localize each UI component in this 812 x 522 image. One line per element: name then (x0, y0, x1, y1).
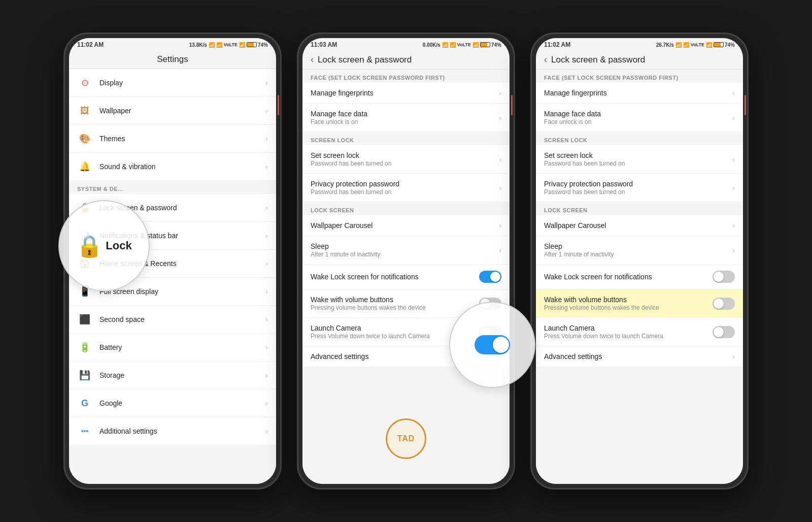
battery-pct-2: 74% (491, 42, 501, 48)
screen-lock-group-2: Set screen lock Password has been turned… (302, 145, 510, 202)
wallpaper-title: Wallpaper (99, 107, 265, 115)
back-button-2[interactable]: ‹ (311, 54, 314, 65)
scroll-bar-1 (278, 95, 279, 115)
google-icon: G (77, 396, 92, 411)
battery-item[interactable]: 🔋 Battery › (69, 334, 276, 362)
watermark: TAD (386, 418, 426, 459)
header-3: ‹ Lock screen & password (536, 50, 743, 70)
arrow-wallpaper: › (265, 107, 268, 115)
arrow-battery: › (265, 343, 268, 351)
toggle-knob-cam-3 (714, 327, 724, 337)
wifi-icon-3: 📶 (683, 42, 689, 48)
wallpaper-carousel-2[interactable]: Wallpaper Carousel › (302, 215, 510, 236)
lock-screen-group-3: Wallpaper Carousel › Sleep After 1 minut… (536, 215, 743, 367)
face-section-3: FACE (SET LOCK SCREEN PASSWORD FIRST) (536, 70, 743, 83)
camera-toggle-3[interactable] (713, 326, 735, 338)
arrow-second-space: › (265, 315, 268, 323)
battery-1: 74% (247, 42, 268, 48)
screen-lock-group-3: Set screen lock Password has been turned… (536, 145, 743, 202)
page-title-2: Lock screen & password (318, 55, 412, 65)
screen-lock-section-3: SCREEN LOCK (536, 132, 743, 145)
storage-item[interactable]: 💾 Storage › (69, 362, 276, 389)
status-time-3: 11:02 AM (544, 41, 570, 48)
status-icons-3: 26.7K/s 📶 📶 VoLTE 📶 74% (656, 42, 735, 48)
themes-item[interactable]: 🎨 Themes › (69, 125, 276, 153)
battery-pct-1: 74% (258, 42, 268, 48)
arrow-notif: › (265, 232, 268, 240)
battery-icon: 🔋 (77, 340, 92, 355)
privacy-password-2[interactable]: Privacy protection password Password has… (302, 174, 510, 202)
wake-vol-toggle-3[interactable] (713, 298, 735, 310)
fingerprints-3[interactable]: Manage fingerprints › (536, 83, 743, 104)
lock-screen-content-3[interactable]: FACE (SET LOCK SCREEN PASSWORD FIRST) Ma… (536, 70, 743, 484)
zoom-circle-toggle (449, 302, 535, 388)
face-section-2: FACE (SET LOCK SCREEN PASSWORD FIRST) (302, 70, 510, 83)
sleep-3[interactable]: Sleep After 1 minute of inactivity › (536, 236, 743, 265)
back-button-3[interactable]: ‹ (544, 54, 547, 65)
status-icons-1: 13.8K/s 📶 📶 VoLTE 📶 74% (189, 42, 268, 48)
scroll-bar-3 (745, 95, 746, 115)
display-icon: ⊙ (77, 75, 92, 90)
signal-2-1: 📶 (239, 42, 245, 48)
wallpaper-icon: 🖼 (77, 103, 92, 118)
wake-lock-notif-2[interactable]: Wake Lock screen for notifications (302, 265, 510, 289)
additional-item[interactable]: ••• Additional settings › (69, 417, 276, 445)
second-space-item[interactable]: ⬛ Second space › (69, 306, 276, 334)
header-2: ‹ Lock screen & password (302, 50, 510, 70)
phone-3: 11:02 AM 26.7K/s 📶 📶 VoLTE 📶 74% ‹ Lock … (530, 32, 749, 490)
themes-icon: 🎨 (77, 131, 92, 146)
set-screen-lock-2[interactable]: Set screen lock Password has been turned… (302, 145, 510, 174)
sleep-2[interactable]: Sleep After 1 minute of inactivity › (302, 236, 510, 265)
toggle-knob-3 (714, 272, 724, 282)
privacy-password-3[interactable]: Privacy protection password Password has… (536, 174, 743, 202)
arrow-home: › (265, 259, 268, 268)
phone-1: 11:02 AM 13.8K/s 📶 📶 VoLTE 📶 74% Setting… (63, 32, 282, 490)
zoom-circle-lock: 🔒 Lock (58, 200, 150, 291)
set-screen-lock-3[interactable]: Set screen lock Password has been turned… (536, 145, 743, 174)
network-speed-2: 0.00K/s (423, 42, 441, 48)
arrow-google: › (265, 399, 268, 407)
status-time-2: 11:03 AM (311, 41, 337, 48)
wake-lock-notif-3[interactable]: Wake Lock screen for notifications (536, 265, 743, 289)
status-bar-1: 11:02 AM 13.8K/s 📶 📶 VoLTE 📶 74% (69, 38, 276, 50)
header-1: Settings (69, 50, 276, 69)
arrow-lock: › (265, 204, 268, 212)
battery-ind-2: 74% (480, 42, 501, 48)
sound-icon: 🔔 (77, 159, 92, 174)
storage-title: Storage (99, 371, 265, 379)
wallpaper-item[interactable]: 🖼 Wallpaper › (69, 97, 276, 125)
wake-lock-toggle-2[interactable] (479, 271, 501, 283)
battery-ind-3: 74% (714, 42, 735, 48)
lock-zoom-icon: 🔒 (76, 234, 103, 258)
storage-icon: 💾 (77, 368, 92, 383)
wake-lock-toggle-3[interactable] (713, 271, 735, 283)
network-speed-1: 13.8K/s (189, 42, 207, 48)
status-icons-2: 0.00K/s 📶 📶 VoLTE 📶 74% (423, 42, 501, 48)
watermark-text: TAD (397, 434, 415, 443)
phone-2: 11:03 AM 0.00K/s 📶 📶 VoLTE 📶 74% ‹ Lock … (297, 32, 515, 490)
display-item[interactable]: ⊙ Display › (69, 69, 276, 97)
launch-camera-3[interactable]: Launch Camera Press Volume down twice to… (536, 318, 743, 346)
wifi-icon-2: 📶 (450, 42, 456, 48)
fingerprints-2[interactable]: Manage fingerprints › (302, 83, 510, 104)
fullscreen-title: Full screen display (99, 287, 265, 296)
arrow-display: › (265, 79, 268, 87)
wake-volume-3[interactable]: Wake with volume buttons Pressing volume… (536, 289, 743, 318)
arrow-themes: › (265, 135, 268, 143)
sound-item[interactable]: 🔔 Sound & vibration › (69, 153, 276, 181)
google-item[interactable]: G Google › (69, 389, 276, 417)
arrow-sound: › (265, 162, 268, 171)
signal-icon-1: 📶 (209, 42, 215, 48)
lock-zoom-text: Lock (106, 239, 131, 252)
wallpaper-carousel-3[interactable]: Wallpaper Carousel › (536, 215, 743, 236)
arrow-fullscreen: › (265, 287, 268, 296)
page-title-3: Lock screen & password (551, 55, 645, 65)
signal2-3: 📶 (706, 42, 712, 48)
face-data-2[interactable]: Manage face data Face unlock is on › (302, 104, 510, 132)
themes-title: Themes (99, 135, 265, 143)
volte-2: VoLTE (457, 42, 471, 47)
zoom-content-lock: 🔒 Lock (76, 234, 131, 258)
face-data-3[interactable]: Manage face data Face unlock is on › (536, 104, 743, 132)
phone-frame-3: 11:02 AM 26.7K/s 📶 📶 VoLTE 📶 74% ‹ Lock … (530, 32, 749, 490)
advanced-settings-3[interactable]: Advanced settings › (536, 346, 743, 367)
